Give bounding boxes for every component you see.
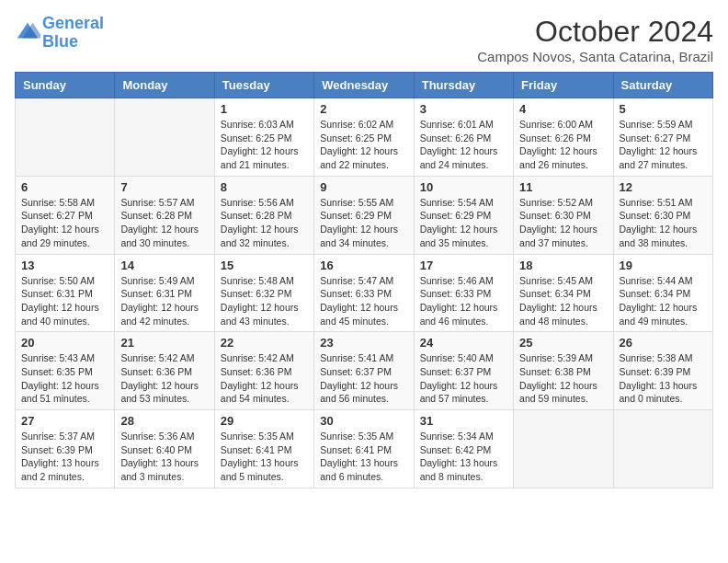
calendar-week-row: 27Sunrise: 5:37 AM Sunset: 6:39 PM Dayli…	[16, 410, 713, 488]
calendar-cell: 7Sunrise: 5:57 AM Sunset: 6:28 PM Daylig…	[115, 176, 214, 254]
logo-text: General Blue	[42, 15, 104, 52]
location: Campos Novos, Santa Catarina, Brazil	[477, 49, 713, 64]
calendar-week-row: 6Sunrise: 5:58 AM Sunset: 6:27 PM Daylig…	[16, 176, 713, 254]
day-info: Sunrise: 5:59 AM Sunset: 6:27 PM Dayligh…	[620, 118, 707, 172]
day-number: 7	[120, 180, 208, 194]
day-number: 15	[221, 259, 308, 272]
day-number: 29	[221, 414, 308, 428]
day-number: 9	[320, 180, 407, 194]
calendar-cell	[115, 98, 214, 177]
calendar-cell: 30Sunrise: 5:35 AM Sunset: 6:41 PM Dayli…	[314, 410, 414, 488]
day-info: Sunrise: 5:58 AM Sunset: 6:27 PM Dayligh…	[21, 196, 108, 250]
day-number: 17	[420, 259, 507, 272]
day-info: Sunrise: 5:40 AM Sunset: 6:37 PM Dayligh…	[420, 351, 507, 406]
calendar-cell: 23Sunrise: 5:41 AM Sunset: 6:37 PM Dayli…	[314, 332, 414, 410]
day-info: Sunrise: 5:34 AM Sunset: 6:42 PM Dayligh…	[420, 430, 507, 484]
day-info: Sunrise: 5:42 AM Sunset: 6:36 PM Dayligh…	[221, 351, 308, 406]
day-number: 18	[519, 259, 607, 272]
day-number: 13	[21, 259, 108, 272]
day-info: Sunrise: 5:48 AM Sunset: 6:32 PM Dayligh…	[221, 274, 308, 328]
day-info: Sunrise: 5:38 AM Sunset: 6:39 PM Dayligh…	[620, 351, 707, 406]
calendar-cell: 1Sunrise: 6:03 AM Sunset: 6:25 PM Daylig…	[214, 98, 313, 177]
day-info: Sunrise: 5:42 AM Sunset: 6:36 PM Dayligh…	[120, 351, 208, 406]
day-of-week-header: Monday	[115, 73, 214, 98]
day-info: Sunrise: 5:55 AM Sunset: 6:29 PM Dayligh…	[320, 196, 407, 250]
day-info: Sunrise: 5:37 AM Sunset: 6:39 PM Dayligh…	[21, 430, 108, 484]
day-number: 3	[420, 102, 507, 116]
calendar-cell: 10Sunrise: 5:54 AM Sunset: 6:29 PM Dayli…	[414, 176, 513, 254]
day-number: 14	[120, 259, 208, 272]
calendar-cell: 8Sunrise: 5:56 AM Sunset: 6:28 PM Daylig…	[214, 176, 313, 254]
day-number: 10	[420, 180, 507, 194]
calendar-cell	[514, 410, 613, 488]
day-number: 1	[221, 102, 308, 116]
day-info: Sunrise: 5:35 AM Sunset: 6:41 PM Dayligh…	[320, 430, 407, 484]
day-number: 27	[21, 414, 108, 428]
calendar-cell	[16, 98, 115, 177]
calendar-cell	[613, 410, 712, 488]
day-of-week-header: Wednesday	[314, 73, 414, 98]
calendar-cell: 2Sunrise: 6:02 AM Sunset: 6:25 PM Daylig…	[314, 98, 414, 177]
day-number: 22	[221, 336, 308, 350]
day-number: 25	[519, 336, 607, 350]
day-number: 28	[120, 414, 208, 428]
day-number: 4	[519, 102, 607, 116]
day-number: 16	[320, 259, 407, 272]
day-info: Sunrise: 5:36 AM Sunset: 6:40 PM Dayligh…	[120, 430, 208, 484]
day-info: Sunrise: 5:49 AM Sunset: 6:31 PM Dayligh…	[120, 274, 208, 328]
calendar-cell: 26Sunrise: 5:38 AM Sunset: 6:39 PM Dayli…	[613, 332, 712, 410]
calendar-cell: 29Sunrise: 5:35 AM Sunset: 6:41 PM Dayli…	[214, 410, 313, 488]
day-info: Sunrise: 5:52 AM Sunset: 6:30 PM Dayligh…	[519, 196, 607, 250]
calendar-cell: 5Sunrise: 5:59 AM Sunset: 6:27 PM Daylig…	[613, 98, 712, 177]
day-info: Sunrise: 5:35 AM Sunset: 6:41 PM Dayligh…	[221, 430, 308, 484]
calendar-cell: 14Sunrise: 5:49 AM Sunset: 6:31 PM Dayli…	[115, 254, 214, 332]
calendar-cell: 6Sunrise: 5:58 AM Sunset: 6:27 PM Daylig…	[16, 176, 115, 254]
calendar-week-row: 1Sunrise: 6:03 AM Sunset: 6:25 PM Daylig…	[16, 98, 713, 177]
day-info: Sunrise: 5:56 AM Sunset: 6:28 PM Dayligh…	[221, 196, 308, 250]
day-of-week-header: Saturday	[613, 73, 712, 98]
calendar-cell: 17Sunrise: 5:46 AM Sunset: 6:33 PM Dayli…	[414, 254, 513, 332]
day-number: 26	[620, 336, 707, 350]
day-of-week-header: Tuesday	[214, 73, 313, 98]
day-info: Sunrise: 5:46 AM Sunset: 6:33 PM Dayligh…	[420, 274, 507, 328]
day-number: 5	[620, 102, 707, 116]
day-of-week-header: Sunday	[16, 73, 115, 98]
day-number: 2	[320, 102, 407, 116]
day-number: 24	[420, 336, 507, 350]
day-info: Sunrise: 5:47 AM Sunset: 6:33 PM Dayligh…	[320, 274, 407, 328]
calendar-cell: 27Sunrise: 5:37 AM Sunset: 6:39 PM Dayli…	[16, 410, 115, 488]
calendar-cell: 21Sunrise: 5:42 AM Sunset: 6:36 PM Dayli…	[115, 332, 214, 410]
day-number: 21	[120, 336, 208, 350]
day-number: 30	[320, 414, 407, 428]
calendar-cell: 19Sunrise: 5:44 AM Sunset: 6:34 PM Dayli…	[613, 254, 712, 332]
calendar-week-row: 13Sunrise: 5:50 AM Sunset: 6:31 PM Dayli…	[16, 254, 713, 332]
day-number: 31	[420, 414, 507, 428]
day-info: Sunrise: 5:50 AM Sunset: 6:31 PM Dayligh…	[21, 274, 108, 328]
title-block: October 2024 Campos Novos, Santa Catarin…	[477, 15, 713, 64]
calendar-cell: 16Sunrise: 5:47 AM Sunset: 6:33 PM Dayli…	[314, 254, 414, 332]
calendar-cell: 31Sunrise: 5:34 AM Sunset: 6:42 PM Dayli…	[414, 410, 513, 488]
day-info: Sunrise: 5:45 AM Sunset: 6:34 PM Dayligh…	[519, 274, 607, 328]
calendar-cell: 20Sunrise: 5:43 AM Sunset: 6:35 PM Dayli…	[16, 332, 115, 410]
calendar-cell: 11Sunrise: 5:52 AM Sunset: 6:30 PM Dayli…	[514, 176, 613, 254]
day-info: Sunrise: 5:44 AM Sunset: 6:34 PM Dayligh…	[620, 274, 707, 328]
calendar-header-row: SundayMondayTuesdayWednesdayThursdayFrid…	[16, 73, 713, 98]
day-number: 6	[21, 180, 108, 194]
calendar-cell: 13Sunrise: 5:50 AM Sunset: 6:31 PM Dayli…	[16, 254, 115, 332]
logo-icon	[15, 20, 40, 46]
calendar-cell: 12Sunrise: 5:51 AM Sunset: 6:30 PM Dayli…	[613, 176, 712, 254]
day-number: 12	[620, 180, 707, 194]
day-number: 19	[620, 259, 707, 272]
day-info: Sunrise: 6:02 AM Sunset: 6:25 PM Dayligh…	[320, 118, 407, 172]
page-header: General Blue October 2024 Campos Novos, …	[15, 15, 713, 64]
day-info: Sunrise: 6:03 AM Sunset: 6:25 PM Dayligh…	[221, 118, 308, 172]
calendar-cell: 24Sunrise: 5:40 AM Sunset: 6:37 PM Dayli…	[414, 332, 513, 410]
calendar-table: SundayMondayTuesdayWednesdayThursdayFrid…	[15, 72, 713, 488]
month-year: October 2024	[477, 15, 713, 49]
calendar-cell: 9Sunrise: 5:55 AM Sunset: 6:29 PM Daylig…	[314, 176, 414, 254]
logo: General Blue	[15, 15, 104, 52]
day-number: 11	[519, 180, 607, 194]
day-info: Sunrise: 5:39 AM Sunset: 6:38 PM Dayligh…	[519, 351, 607, 406]
day-number: 8	[221, 180, 308, 194]
day-info: Sunrise: 5:54 AM Sunset: 6:29 PM Dayligh…	[420, 196, 507, 250]
